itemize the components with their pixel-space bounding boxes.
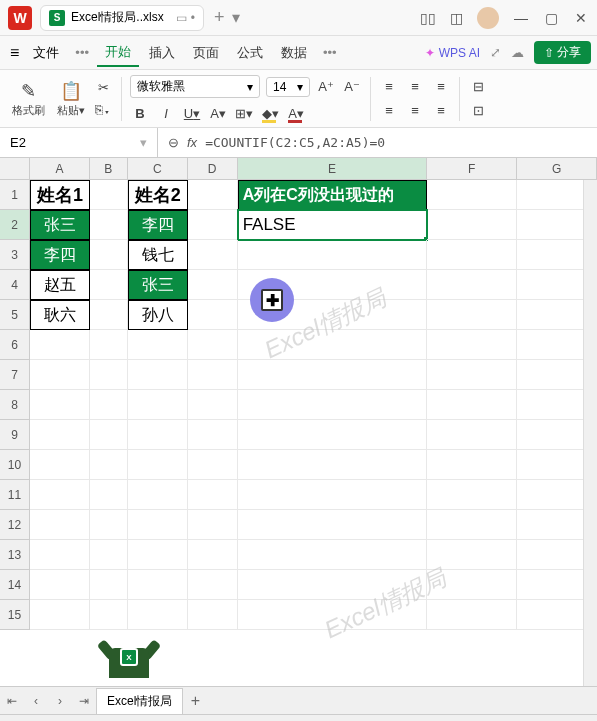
- cell-E3[interactable]: [238, 240, 428, 270]
- maximize-button[interactable]: ▢: [543, 10, 559, 26]
- add-sheet-button[interactable]: +: [183, 689, 207, 713]
- cell-D1[interactable]: [188, 180, 238, 210]
- cell-C5[interactable]: 孙八: [128, 300, 188, 330]
- row-header-10[interactable]: 10: [0, 450, 30, 480]
- row-header-14[interactable]: 14: [0, 570, 30, 600]
- row-header-2[interactable]: 2: [0, 210, 30, 240]
- tab-dot-icon[interactable]: •: [191, 11, 195, 25]
- cube-icon[interactable]: ◫: [450, 10, 463, 26]
- align-center-button[interactable]: ≡: [405, 102, 425, 120]
- cell-A4[interactable]: 赵五: [30, 270, 90, 300]
- minimize-button[interactable]: —: [513, 10, 529, 26]
- cell-F5[interactable]: [427, 300, 517, 330]
- col-header-D[interactable]: D: [188, 158, 238, 180]
- sheet-prev-button[interactable]: ‹: [24, 689, 48, 713]
- tab-page[interactable]: 页面: [185, 40, 227, 66]
- align-left-button[interactable]: ≡: [379, 102, 399, 120]
- book-icon[interactable]: ▯▯: [420, 10, 436, 26]
- italic-button[interactable]: I: [156, 104, 176, 122]
- row-header-8[interactable]: 8: [0, 390, 30, 420]
- copy-button[interactable]: ⎘▾: [93, 101, 113, 119]
- wps-ai-button[interactable]: ✦ WPS AI: [425, 46, 480, 60]
- row-header-15[interactable]: 15: [0, 600, 30, 630]
- row-header-1[interactable]: 1: [0, 180, 30, 210]
- bold-button[interactable]: B: [130, 104, 150, 122]
- row-header-5[interactable]: 5: [0, 300, 30, 330]
- cell-E1[interactable]: A列在C列没出现过的: [238, 180, 428, 210]
- increase-font-button[interactable]: A⁺: [316, 78, 336, 96]
- row-header-11[interactable]: 11: [0, 480, 30, 510]
- new-tab-button[interactable]: +: [214, 7, 225, 28]
- row-header-12[interactable]: 12: [0, 510, 30, 540]
- row-header-4[interactable]: 4: [0, 270, 30, 300]
- select-all-corner[interactable]: [0, 158, 30, 180]
- cell-C2[interactable]: 李四: [128, 210, 188, 240]
- cell-E2[interactable]: FALSE: [238, 210, 428, 240]
- close-button[interactable]: ✕: [573, 10, 589, 26]
- row-header-3[interactable]: 3: [0, 240, 30, 270]
- user-avatar[interactable]: [477, 7, 499, 29]
- cell-A3[interactable]: 李四: [30, 240, 90, 270]
- menu-overflow-right[interactable]: •••: [317, 45, 343, 60]
- tab-home[interactable]: 开始: [97, 39, 139, 67]
- col-header-E[interactable]: E: [238, 158, 428, 180]
- tab-data[interactable]: 数据: [273, 40, 315, 66]
- horizontal-scrollbar[interactable]: [477, 694, 597, 708]
- strike-button[interactable]: A▾: [208, 104, 228, 122]
- cell-B3[interactable]: [90, 240, 128, 270]
- menu-file[interactable]: 文件: [25, 40, 67, 66]
- col-header-G[interactable]: G: [517, 158, 597, 180]
- cell-F1[interactable]: [427, 180, 517, 210]
- cell-B2[interactable]: [90, 210, 128, 240]
- cell-D2[interactable]: [188, 210, 238, 240]
- expand-icon[interactable]: ⤢: [490, 45, 501, 60]
- spreadsheet-grid[interactable]: A B C D E F G 1 姓名1 姓名2 A列在C列没出现过的 2 张三 …: [0, 158, 597, 686]
- sheet-tab-active[interactable]: Excel情报局: [96, 688, 183, 714]
- name-box[interactable]: E2 ▾: [0, 128, 158, 157]
- cell-A1[interactable]: 姓名1: [30, 180, 90, 210]
- underline-button[interactable]: U▾: [182, 104, 202, 122]
- cell-C1[interactable]: 姓名2: [128, 180, 188, 210]
- cell-C4[interactable]: 张三: [128, 270, 188, 300]
- tab-list-button[interactable]: ▾: [232, 8, 240, 27]
- menu-overflow-left[interactable]: •••: [69, 45, 95, 60]
- font-color-button[interactable]: A▾: [286, 104, 306, 122]
- align-top-button[interactable]: ≡: [379, 78, 399, 96]
- sheet-last-button[interactable]: ⇥: [72, 689, 96, 713]
- wrap-text-button[interactable]: ⊟: [468, 78, 488, 96]
- font-family-select[interactable]: 微软雅黑▾: [130, 75, 260, 98]
- cell-B1[interactable]: [90, 180, 128, 210]
- align-right-button[interactable]: ≡: [431, 102, 451, 120]
- cell-D5[interactable]: [188, 300, 238, 330]
- cell-D3[interactable]: [188, 240, 238, 270]
- tab-formula[interactable]: 公式: [229, 40, 271, 66]
- cell-C3[interactable]: 钱七: [128, 240, 188, 270]
- cell-F4[interactable]: [427, 270, 517, 300]
- format-painter-button[interactable]: ✎ 格式刷: [8, 80, 49, 118]
- col-header-F[interactable]: F: [427, 158, 517, 180]
- col-header-C[interactable]: C: [128, 158, 188, 180]
- cell-F2[interactable]: [427, 210, 517, 240]
- formula-input[interactable]: =COUNTIF(C2:C5,A2:A5)=0: [205, 135, 385, 150]
- cell-A5[interactable]: 耿六: [30, 300, 90, 330]
- merge-cells-button[interactable]: ⊡: [468, 102, 488, 120]
- sheet-first-button[interactable]: ⇤: [0, 689, 24, 713]
- zoom-out-fx-icon[interactable]: ⊖: [168, 135, 179, 150]
- border-button[interactable]: ⊞▾: [234, 104, 254, 122]
- vertical-scrollbar[interactable]: [583, 180, 597, 686]
- cloud-icon[interactable]: ☁: [511, 45, 524, 60]
- share-button[interactable]: ⇧ 分享: [534, 41, 591, 64]
- font-size-select[interactable]: 14▾: [266, 77, 310, 97]
- cell-B4[interactable]: [90, 270, 128, 300]
- cell-F3[interactable]: [427, 240, 517, 270]
- file-tab[interactable]: S Excel情报局..xlsx ▭ •: [40, 5, 204, 31]
- cell-A2[interactable]: 张三: [30, 210, 90, 240]
- decrease-font-button[interactable]: A⁻: [342, 78, 362, 96]
- align-bottom-button[interactable]: ≡: [431, 78, 451, 96]
- col-header-A[interactable]: A: [30, 158, 90, 180]
- cell-D4[interactable]: [188, 270, 238, 300]
- fx-label[interactable]: fx: [187, 135, 197, 150]
- row-header-13[interactable]: 13: [0, 540, 30, 570]
- row-header-9[interactable]: 9: [0, 420, 30, 450]
- row-header-7[interactable]: 7: [0, 360, 30, 390]
